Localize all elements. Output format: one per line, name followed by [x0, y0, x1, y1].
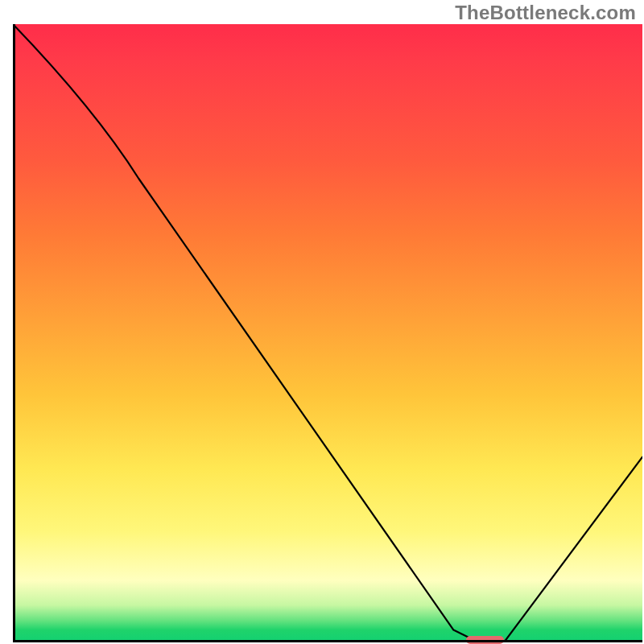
plot-area [13, 24, 642, 642]
y-axis [13, 24, 15, 642]
bottleneck-curve [13, 24, 642, 642]
curve-path [13, 24, 642, 642]
x-axis [13, 640, 642, 642]
watermark-text: TheBottleneck.com [455, 2, 636, 24]
chart-stage: TheBottleneck.com [0, 0, 644, 644]
